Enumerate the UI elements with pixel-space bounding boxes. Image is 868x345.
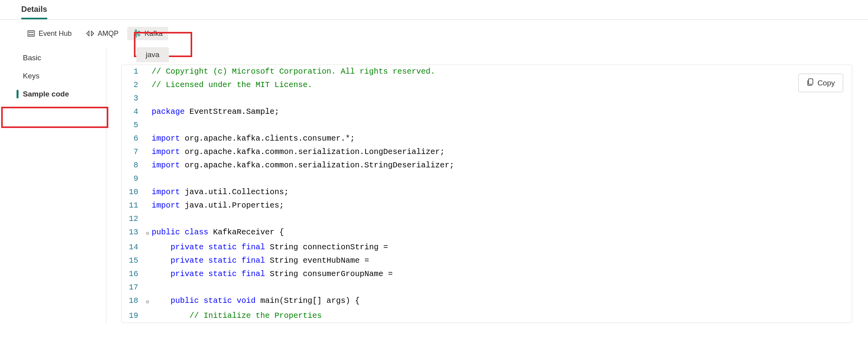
- svg-point-8: [135, 33, 137, 35]
- fold-toggle: [144, 78, 152, 80]
- code-text: import org.apache.kafka.common.serializa…: [152, 145, 445, 159]
- tab-label: AMQP: [98, 30, 119, 38]
- code-line: 7import org.apache.kafka.common.serializ…: [122, 145, 852, 159]
- fold-toggle: [144, 159, 152, 160]
- code-text: private static final String consumerGrou…: [152, 267, 393, 281]
- line-number: 19: [122, 309, 144, 323]
- code-line: 12: [122, 212, 852, 226]
- line-number: 10: [122, 185, 144, 199]
- code-text: import java.util.Collections;: [152, 185, 289, 199]
- line-number: 1: [122, 65, 144, 78]
- svg-point-7: [135, 30, 137, 32]
- code-line: 6import org.apache.kafka.clients.consume…: [122, 132, 852, 145]
- line-number: 14: [122, 241, 144, 254]
- code-line: 10import java.util.Collections;: [122, 185, 852, 199]
- fold-toggle: [144, 105, 152, 107]
- code-text: import org.apache.kafka.clients.consumer…: [152, 132, 355, 145]
- fold-toggle: [144, 65, 152, 67]
- code-line: 14 private static final String connectio…: [122, 241, 852, 254]
- copy-icon: [807, 78, 814, 88]
- kafka-icon: [133, 29, 141, 38]
- tab-label: Kafka: [145, 30, 163, 38]
- code-text: private static final String connectionSt…: [152, 241, 388, 254]
- code-line: 4package EventStream.Sample;: [122, 105, 852, 119]
- sidebar-item-sample-code[interactable]: Sample code: [0, 85, 106, 103]
- copy-button[interactable]: Copy: [798, 74, 843, 92]
- svg-rect-16: [809, 79, 813, 84]
- svg-point-4: [29, 34, 30, 35]
- code-line: 19 // Initialize the Properties: [122, 309, 852, 323]
- line-number: 5: [122, 119, 144, 132]
- code-text: import org.apache.kafka.common.serializa…: [152, 159, 454, 172]
- code-viewer: Copy 1// Copyright (c) Microsoft Corpora…: [121, 65, 852, 323]
- tab-amqp[interactable]: AMQP: [80, 27, 124, 40]
- page-title[interactable]: Details: [21, 5, 47, 19]
- svg-line-15: [137, 34, 138, 35]
- line-number: 3: [122, 92, 144, 105]
- code-line: 17: [122, 281, 852, 294]
- line-number: 15: [122, 254, 144, 267]
- fold-toggle: [144, 241, 152, 242]
- fold-toggle: [144, 199, 152, 200]
- code-line: 1// Copyright (c) Microsoft Corporation.…: [122, 65, 852, 78]
- sidebar-item-label: Basic: [23, 54, 41, 62]
- line-number: 11: [122, 199, 144, 212]
- code-text: // Copyright (c) Microsoft Corporation. …: [152, 65, 435, 78]
- code-text: private static final String eventHubName…: [152, 254, 369, 267]
- sidebar-item-basic[interactable]: Basic: [0, 49, 106, 67]
- svg-point-5: [31, 34, 32, 35]
- line-number: 16: [122, 267, 144, 281]
- line-number: 18: [122, 294, 144, 308]
- fold-toggle: [144, 132, 152, 134]
- line-number: 2: [122, 78, 144, 92]
- svg-line-14: [137, 32, 138, 33]
- code-line: 8import org.apache.kafka.common.serializ…: [122, 159, 852, 172]
- svg-point-10: [138, 31, 140, 33]
- code-text: import java.util.Properties;: [152, 199, 284, 212]
- copy-label: Copy: [818, 79, 835, 87]
- svg-point-6: [32, 34, 33, 35]
- sidebar-item-label: Sample code: [23, 90, 69, 98]
- fold-toggle: [144, 145, 152, 147]
- tab-kafka[interactable]: Kafka: [127, 27, 168, 40]
- line-number: 12: [122, 212, 144, 226]
- tab-label: Event Hub: [39, 30, 72, 38]
- event-hub-icon: [27, 29, 35, 38]
- line-number: 13: [122, 226, 144, 239]
- fold-toggle[interactable]: ⊟: [144, 294, 152, 309]
- fold-toggle: [144, 281, 152, 282]
- code-line: 16 private static final String consumerG…: [122, 267, 852, 281]
- line-number: 4: [122, 105, 144, 119]
- line-number: 17: [122, 281, 144, 294]
- svg-point-3: [32, 32, 33, 33]
- code-line: 15 private static final String eventHubN…: [122, 254, 852, 267]
- fold-toggle: [144, 212, 152, 214]
- svg-point-1: [29, 32, 30, 33]
- code-line: 9: [122, 172, 852, 185]
- code-line: 2// Licensed under the MIT License.: [122, 78, 852, 92]
- fold-toggle: [144, 267, 152, 269]
- code-line: 13⊟public class KafkaReceiver {: [122, 226, 852, 241]
- language-chip[interactable]: java: [136, 47, 169, 62]
- svg-point-11: [138, 34, 140, 36]
- svg-point-9: [135, 35, 137, 37]
- fold-toggle: [144, 119, 152, 120]
- line-number: 8: [122, 159, 144, 172]
- sidebar: Basic Keys Sample code: [0, 47, 106, 323]
- sidebar-item-keys[interactable]: Keys: [0, 67, 106, 85]
- sidebar-item-label: Keys: [23, 72, 39, 80]
- fold-toggle: [144, 185, 152, 187]
- svg-point-2: [31, 32, 32, 33]
- amqp-icon: [86, 29, 95, 38]
- code-line: 18⊟ public static void main(String[] arg…: [122, 294, 852, 309]
- code-text: package EventStream.Sample;: [152, 105, 279, 119]
- tab-event-hub[interactable]: Event Hub: [21, 27, 77, 40]
- code-line: 5: [122, 119, 852, 132]
- line-number: 6: [122, 132, 144, 145]
- code-text: // Initialize the Properties: [152, 309, 322, 323]
- line-number: 9: [122, 172, 144, 185]
- fold-toggle[interactable]: ⊟: [144, 226, 152, 241]
- code-text: public static void main(String[] args) {: [152, 294, 360, 308]
- code-text: public class KafkaReceiver {: [152, 226, 284, 239]
- fold-toggle: [144, 92, 152, 93]
